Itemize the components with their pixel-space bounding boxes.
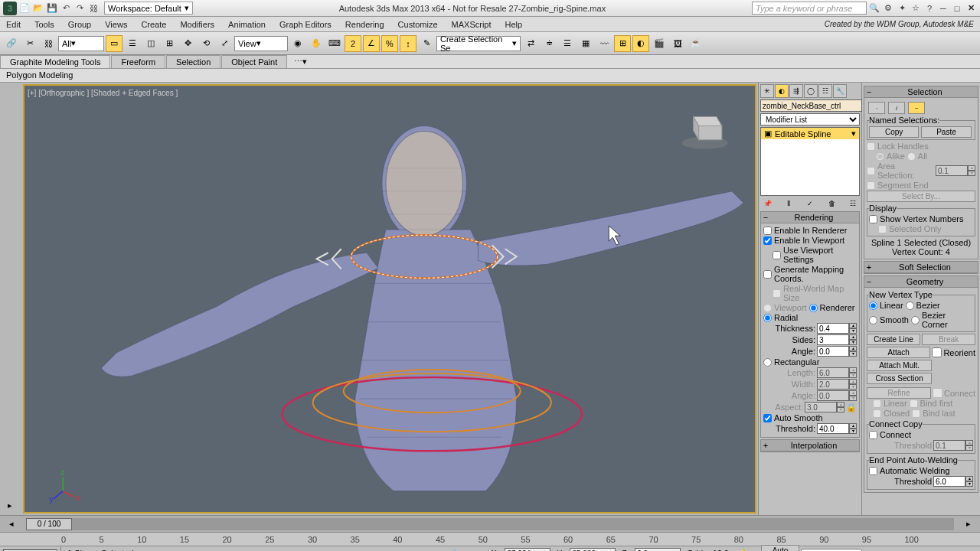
menu-views[interactable]: Views — [105, 20, 127, 29]
lock-aspect-icon[interactable]: 🔒 — [846, 402, 857, 412]
named-selection-dropdown[interactable]: Create Selection Se ▾ — [436, 36, 521, 51]
manipulate-icon[interactable]: ✋ — [308, 35, 325, 52]
linear-radio[interactable] — [869, 302, 877, 310]
snap-2d-icon[interactable]: 2 — [345, 35, 361, 52]
help-icon[interactable]: ? — [923, 2, 936, 15]
select-rotate-icon[interactable]: ⟲ — [198, 35, 214, 52]
ribbon-tab-graphite[interactable]: Graphite Modeling Tools — [0, 55, 110, 68]
thickness-input[interactable] — [817, 323, 849, 334]
link-icon[interactable]: ⛓ — [87, 2, 100, 15]
cross-section-button[interactable]: Cross Section — [867, 373, 932, 384]
expand-icon[interactable]: + — [762, 441, 769, 450]
z-coord-input[interactable] — [635, 548, 681, 551]
threshold-input[interactable] — [817, 423, 849, 434]
show-result-icon[interactable]: Ⅱ — [782, 197, 795, 210]
maximize-button[interactable]: □ — [951, 2, 963, 15]
close-button[interactable]: ✕ — [965, 2, 977, 15]
exchange-icon[interactable]: ✦ — [896, 2, 908, 15]
menu-graph-editors[interactable]: Graph Editors — [279, 20, 332, 29]
layer-manager-icon[interactable]: ☰ — [559, 35, 576, 52]
radial-radio[interactable] — [763, 314, 772, 322]
motion-tab-icon[interactable]: ◯ — [804, 84, 818, 98]
ribbon-tab-freeform[interactable]: Freeform — [111, 55, 165, 68]
menu-modifiers[interactable]: Modifiers — [180, 20, 214, 29]
select-scale-icon[interactable]: ⤢ — [216, 35, 233, 52]
modifier-editable-spline[interactable]: ▣ Editable Spline ▾ — [761, 128, 859, 139]
weld-threshold-input[interactable] — [933, 476, 965, 487]
select-move-icon[interactable]: ✥ — [179, 35, 196, 52]
frame-handle[interactable]: 0 / 100 — [26, 518, 72, 530]
keyboard-shortcut-icon[interactable]: ⌨ — [326, 35, 343, 52]
attach-mult-button[interactable]: Attach Mult. — [867, 360, 932, 371]
modifier-stack[interactable]: ▣ Editable Spline ▾ — [760, 127, 860, 196]
minimize-button[interactable]: ─ — [937, 2, 949, 15]
angle-input[interactable] — [817, 346, 849, 357]
menu-rendering[interactable]: Rendering — [345, 20, 384, 29]
next-key-icon[interactable]: ▸ — [957, 519, 980, 529]
connect-copy-checkbox[interactable] — [869, 431, 877, 439]
ribbon-tab-objectpaint[interactable]: Object Paint — [221, 55, 287, 68]
time-slider[interactable]: 0 / 100 — [26, 518, 954, 530]
help-search-input[interactable]: Type a keyword or phrase — [752, 2, 867, 15]
menu-group[interactable]: Group — [68, 20, 92, 29]
remove-mod-icon[interactable]: 🗑 — [825, 197, 838, 210]
expand-icon[interactable]: ▣ — [764, 129, 772, 139]
favorite-icon[interactable]: ☆ — [910, 2, 922, 15]
abs-rel-icon[interactable]: ⊕ — [469, 545, 485, 551]
menu-customize[interactable]: Customize — [398, 20, 438, 29]
select-region-icon[interactable]: ◫ — [142, 35, 159, 52]
spline-subobj-icon[interactable]: ~ — [908, 102, 925, 114]
select-name-icon[interactable]: ☰ — [124, 35, 141, 52]
timeline-ruler[interactable]: 0510152025303540455055606570758085909510… — [0, 532, 980, 546]
enable-viewport-checkbox[interactable] — [763, 236, 772, 245]
modifier-list-dropdown[interactable]: Modifier List — [760, 113, 860, 126]
chevron-down-icon[interactable]: ▾ — [851, 129, 856, 139]
vertex-subobj-icon[interactable]: · — [868, 102, 885, 114]
copy-button[interactable]: Copy — [869, 126, 919, 138]
unlink-tool-icon[interactable]: ✂ — [21, 35, 38, 52]
render-production-icon[interactable]: ☕ — [688, 35, 704, 52]
sides-input[interactable] — [817, 334, 849, 345]
comm-center-icon[interactable]: 🔔 — [735, 545, 752, 551]
save-file-icon[interactable]: 💾 — [46, 2, 58, 15]
ref-coord-dropdown[interactable]: View ▾ — [234, 36, 288, 51]
selection-filter-dropdown[interactable]: All ▾ — [58, 36, 104, 51]
snap-angle-icon[interactable]: ∠ — [363, 35, 380, 52]
prev-key-icon[interactable]: ◂ — [0, 519, 23, 529]
edit-named-sel-icon[interactable]: ✎ — [418, 35, 435, 52]
x-coord-input[interactable] — [505, 548, 550, 551]
menu-edit[interactable]: Edit — [6, 20, 21, 29]
pin-stack-icon[interactable]: 📌 — [760, 197, 774, 210]
bezier-corner-radio[interactable] — [911, 316, 920, 324]
polygon-modeling-bar[interactable]: Polygon Modeling — [0, 69, 980, 83]
display-tab-icon[interactable]: ☷ — [818, 84, 832, 98]
down-icon[interactable]: ▾ — [849, 328, 857, 334]
y-coord-input[interactable] — [570, 548, 616, 551]
ribbon-dropdown-icon[interactable]: ⋯▾ — [294, 57, 307, 67]
new-file-icon[interactable]: 📄 — [18, 2, 31, 15]
menu-help[interactable]: Help — [505, 20, 523, 29]
undo-icon[interactable]: ↶ — [60, 2, 72, 15]
make-unique-icon[interactable]: ✓ — [803, 197, 817, 210]
menu-create[interactable]: Create — [141, 20, 166, 29]
bind-spacewarp-icon[interactable]: ⛓ — [40, 35, 57, 52]
reorient-checkbox[interactable] — [932, 347, 942, 357]
ribbon-tab-selection[interactable]: Selection — [166, 55, 220, 68]
ribbon-toggle-icon[interactable]: ▦ — [577, 35, 594, 52]
expand-trackbar-icon[interactable]: ▸ — [3, 498, 17, 512]
auto-weld-checkbox[interactable] — [869, 467, 877, 475]
auto-key-button[interactable]: Auto Key — [761, 545, 799, 552]
curve-editor-icon[interactable]: 〰 — [596, 35, 612, 52]
workspace-dropdown[interactable]: Workspace: Default▾ — [104, 2, 193, 15]
schematic-view-icon[interactable]: ⊞ — [614, 35, 631, 52]
paste-button[interactable]: Paste — [921, 126, 971, 138]
collapse-icon[interactable]: − — [865, 277, 873, 286]
utilities-tab-icon[interactable]: 🔧 — [833, 84, 847, 98]
collapse-icon[interactable]: − — [762, 213, 769, 222]
material-editor-icon[interactable]: ◐ — [632, 35, 649, 52]
hierarchy-tab-icon[interactable]: ⇶ — [789, 84, 803, 98]
viewport[interactable]: [+] [Orthographic ] [Shaded + Edged Face… — [23, 84, 756, 514]
smooth-radio[interactable] — [869, 316, 877, 324]
enable-renderer-checkbox[interactable] — [763, 227, 772, 235]
attach-button[interactable]: Attach — [867, 347, 930, 358]
